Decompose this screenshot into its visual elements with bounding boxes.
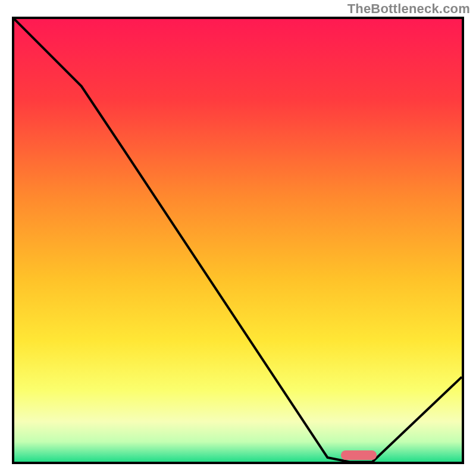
chart-frame <box>12 17 464 464</box>
optimal-range-marker <box>341 450 377 460</box>
bottleneck-curve <box>14 19 462 464</box>
watermark-label: TheBottleneck.com <box>347 1 470 17</box>
chart-container: TheBottleneck.com <box>0 0 476 476</box>
